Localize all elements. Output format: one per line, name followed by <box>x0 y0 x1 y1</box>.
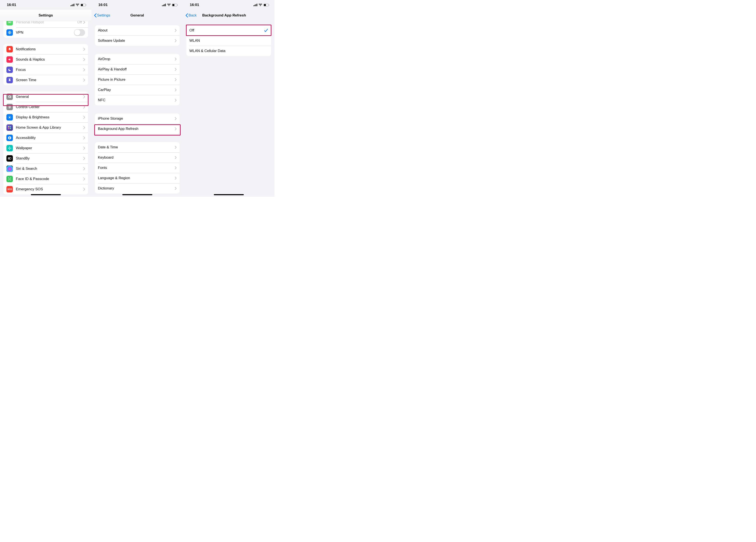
status-time: 16:01 <box>190 3 199 7</box>
moon-icon <box>6 67 13 73</box>
row-keyboard[interactable]: Keyboard <box>95 153 180 163</box>
status-bar: 16:01 <box>0 0 91 10</box>
row-accessibility[interactable]: Accessibility <box>3 133 88 143</box>
row-about[interactable]: About <box>95 25 180 36</box>
home-indicator[interactable] <box>122 194 152 195</box>
back-button[interactable]: Back <box>186 13 197 18</box>
row-label: Notifications <box>16 47 83 51</box>
row-notifications[interactable]: Notifications <box>3 44 88 54</box>
row-label: General <box>16 95 83 99</box>
home-indicator[interactable] <box>31 194 61 195</box>
screen-background-app-refresh: 16:01 Back Background App Refresh Off WL… <box>183 0 274 197</box>
row-wallpaper[interactable]: Wallpaper <box>3 143 88 153</box>
home-indicator[interactable] <box>214 194 244 195</box>
row-label: About <box>98 28 175 33</box>
row-label: VPN <box>16 30 74 35</box>
row-label: Siri & Search <box>16 167 83 171</box>
chevron-right-icon <box>83 48 85 51</box>
status-time: 16:01 <box>7 3 16 7</box>
row-general[interactable]: General <box>3 92 88 102</box>
option-wlan[interactable]: WLAN <box>186 36 271 46</box>
row-standby[interactable]: StandBy <box>3 153 88 164</box>
row-label: Picture in Picture <box>98 78 175 82</box>
row-label: AirPlay & Handoff <box>98 67 175 72</box>
general-content[interactable]: About Software Update AirDrop AirPlay & … <box>91 25 183 194</box>
option-off[interactable]: Off <box>186 25 271 36</box>
row-software-update[interactable]: Software Update <box>95 36 180 46</box>
row-label: Sounds & Haptics <box>16 57 83 62</box>
nav-bar-general: Settings General <box>91 10 183 21</box>
row-label: Software Update <box>98 39 175 43</box>
back-button[interactable]: Settings <box>94 13 110 18</box>
row-language-region[interactable]: Language & Region <box>95 173 180 183</box>
row-label: Home Screen & App Library <box>16 126 83 130</box>
cellular-icon <box>70 4 74 6</box>
svg-rect-29 <box>162 5 163 6</box>
row-control-center[interactable]: Control Center <box>3 102 88 112</box>
row-carplay[interactable]: CarPlay <box>95 85 180 95</box>
svg-rect-16 <box>8 128 9 129</box>
cellular-icon <box>253 4 257 6</box>
row-screen-time[interactable]: Screen Time <box>3 75 88 85</box>
svg-rect-3 <box>74 4 74 6</box>
row-home-screen[interactable]: Home Screen & App Library <box>3 123 88 133</box>
nav-bar-bar-refresh: Back Background App Refresh <box>183 10 274 21</box>
row-background-app-refresh[interactable]: Background App Refresh <box>95 124 180 134</box>
svg-point-21 <box>9 147 10 148</box>
row-label: Dictionary <box>98 186 175 191</box>
row-date-time[interactable]: Date & Time <box>95 142 180 153</box>
chevron-right-icon <box>175 146 177 149</box>
row-label: Accessibility <box>16 136 83 140</box>
battery-icon <box>263 4 269 6</box>
row-label: NFC <box>98 98 175 102</box>
group-connectivity: Personal Hotspot Off VPN <box>3 21 88 38</box>
row-personal-hotspot[interactable]: Personal Hotspot Off <box>3 21 88 27</box>
nav-title: Settings <box>0 13 91 18</box>
svg-rect-2 <box>73 4 73 6</box>
row-dictionary[interactable]: Dictionary <box>95 183 180 194</box>
chevron-right-icon <box>175 39 177 42</box>
svg-rect-37 <box>254 5 255 6</box>
row-iphone-storage[interactable]: iPhone Storage <box>95 114 180 124</box>
group-datetime: Date & Time Keyboard Fonts Language & Re… <box>95 142 180 194</box>
row-sounds-haptics[interactable]: Sounds & Haptics <box>3 54 88 65</box>
svg-point-24 <box>10 148 11 149</box>
row-focus[interactable]: Focus <box>3 65 88 75</box>
svg-rect-30 <box>163 5 164 6</box>
accessibility-icon <box>6 135 13 141</box>
svg-point-28 <box>10 179 10 179</box>
chevron-right-icon <box>175 58 177 61</box>
row-picture-in-picture[interactable]: Picture in Picture <box>95 75 180 85</box>
row-label: AirDrop <box>98 57 175 61</box>
flower-icon <box>6 145 13 151</box>
row-display-brightness[interactable]: Display & Brightness <box>3 112 88 123</box>
chevron-right-icon <box>83 68 85 71</box>
row-airdrop[interactable]: AirDrop <box>95 54 180 64</box>
row-emergency-sos[interactable]: SOS Emergency SOS <box>3 184 88 194</box>
chevron-right-icon <box>83 116 85 119</box>
option-wlan-cellular[interactable]: WLAN & Cellular Data <box>186 46 271 56</box>
app-grid-icon <box>6 124 13 131</box>
battery-icon <box>81 4 86 6</box>
nav-title: Background App Refresh <box>183 13 274 18</box>
row-fonts[interactable]: Fonts <box>95 163 180 173</box>
row-vpn[interactable]: VPN <box>3 27 88 38</box>
settings-scroll[interactable]: Personal Hotspot Off VPN Notifications <box>0 21 91 197</box>
row-faceid-passcode[interactable]: Face ID & Passcode <box>3 174 88 184</box>
chevron-right-icon <box>83 106 85 109</box>
chevron-right-icon <box>175 127 177 130</box>
row-siri-search[interactable]: Siri & Search <box>3 164 88 174</box>
svg-rect-42 <box>269 4 269 6</box>
wifi-icon <box>167 4 171 6</box>
gear-icon <box>6 94 13 100</box>
vpn-toggle[interactable] <box>74 29 85 36</box>
svg-point-20 <box>9 148 10 149</box>
row-nfc[interactable]: NFC <box>95 95 180 105</box>
row-airplay-handoff[interactable]: AirPlay & Handoff <box>95 64 180 75</box>
svg-point-22 <box>9 149 10 150</box>
refresh-content[interactable]: Off WLAN WLAN & Cellular Data <box>183 25 274 56</box>
chevron-right-icon <box>83 58 85 61</box>
row-label: Emergency SOS <box>16 187 83 191</box>
row-label: Wallpaper <box>16 146 83 150</box>
row-label: Date & Time <box>98 145 175 150</box>
